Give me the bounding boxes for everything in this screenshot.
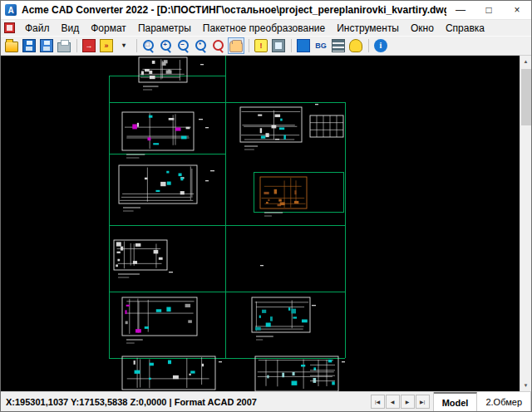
- zoom-out-icon: −: [177, 39, 190, 52]
- tabs: Model2.Обмер: [433, 392, 531, 411]
- measure-glyph: !: [255, 40, 267, 52]
- zoom-out-button[interactable]: −: [175, 37, 192, 54]
- notifications-button[interactable]: [347, 37, 364, 54]
- save-button[interactable]: [21, 37, 37, 54]
- toolbar-separator: [249, 39, 249, 52]
- convert-icon: →: [82, 39, 96, 52]
- convert-glyph: →: [83, 40, 95, 52]
- tab-nav-last[interactable]: ▶|: [416, 395, 430, 409]
- open-icon: [5, 42, 18, 52]
- notifications-icon: [349, 39, 362, 52]
- tab-obmer[interactable]: 2.Обмер: [477, 392, 531, 411]
- menu-file[interactable]: Файл: [19, 20, 56, 36]
- clean-screen-icon: [272, 39, 285, 52]
- tab-nav: |◀◀▶▶|: [367, 392, 433, 411]
- tab-nav-prev[interactable]: ◀: [386, 395, 400, 409]
- bg-toggle-icon: BG: [313, 39, 328, 52]
- menu-window[interactable]: Окно: [405, 20, 440, 36]
- toolbar: →»▾□+−*!BGi: [1, 36, 531, 56]
- about-glyph: i: [374, 39, 387, 52]
- coordinates-readout: X:195301,1037 Y:17153,5838 Z:0,0000 | Fo…: [1, 392, 262, 411]
- menu-batch-convert[interactable]: Пакетное преобразование: [197, 20, 331, 36]
- clean-screen-button[interactable]: [270, 37, 287, 54]
- vertical-scrollbar[interactable]: ▲ ▼: [520, 56, 531, 391]
- title-bar: A Acme CAD Converter 2022 - [D:\ПОСТИНГ\…: [1, 1, 531, 19]
- tab-model[interactable]: Model: [434, 392, 478, 411]
- batch-convert-icon: »: [100, 39, 113, 52]
- cad-canvas-svg: [1, 56, 520, 391]
- background-color-icon: [297, 39, 310, 52]
- batch-convert-glyph: »: [101, 40, 112, 52]
- main-area: ▲ ▼: [1, 56, 531, 391]
- measure-icon: !: [254, 39, 268, 52]
- app-window: A Acme CAD Converter 2022 - [D:\ПОСТИНГ\…: [0, 0, 532, 412]
- toolbar-separator: [76, 39, 77, 52]
- layers-button[interactable]: [330, 37, 347, 54]
- zoom-in-glyph: +: [157, 37, 173, 52]
- convert-options-icon: ▾: [121, 39, 128, 52]
- about-button[interactable]: i: [372, 37, 389, 54]
- tab-nav-first[interactable]: |◀: [371, 395, 385, 409]
- batch-convert-button[interactable]: »: [98, 37, 115, 54]
- zoom-previous-button[interactable]: [210, 37, 227, 54]
- menu-options[interactable]: Параметры: [132, 20, 197, 36]
- close-button[interactable]: ×: [503, 1, 531, 19]
- zoom-out-glyph: −: [175, 37, 190, 52]
- toolbar-separator: [136, 39, 137, 52]
- bg-toggle-button[interactable]: BG: [313, 37, 329, 54]
- toolbar-separator: [368, 39, 369, 52]
- print-icon: [57, 42, 71, 52]
- zoom-in-button[interactable]: +: [158, 37, 175, 54]
- menu-format[interactable]: Формат: [85, 20, 132, 36]
- zoom-extents-icon: *: [195, 39, 208, 52]
- window-title: Acme CAD Converter 2022 - [D:\ПОСТИНГ\ос…: [22, 4, 446, 16]
- app-icon: A: [5, 4, 17, 16]
- zoom-window-icon: □: [142, 39, 155, 52]
- convert-button[interactable]: →: [81, 37, 97, 54]
- minimize-button[interactable]: —: [446, 1, 475, 19]
- toolbar-separator: [291, 39, 292, 52]
- scroll-thumb[interactable]: [521, 69, 531, 125]
- background-color-button[interactable]: [295, 37, 312, 54]
- zoom-in-icon: +: [160, 39, 173, 52]
- convert-options-button[interactable]: ▾: [116, 37, 132, 54]
- pan-button[interactable]: [228, 37, 244, 54]
- zoom-window-button[interactable]: □: [140, 37, 157, 54]
- open-button[interactable]: [3, 37, 20, 54]
- tab-nav-next[interactable]: ▶: [401, 395, 415, 409]
- save-all-icon: [40, 39, 53, 52]
- scroll-up-icon[interactable]: ▲: [520, 56, 532, 67]
- save-icon: [22, 39, 36, 52]
- pan-icon: [229, 41, 243, 52]
- zoom-window-glyph: □: [140, 37, 155, 52]
- maximize-button[interactable]: □: [475, 1, 503, 19]
- status-bar: X:195301,1037 Y:17153,5838 Z:0,0000 | Fo…: [1, 391, 531, 411]
- menu-bar: ФайлВидФорматПараметрыПакетное преобразо…: [1, 19, 531, 36]
- scroll-down-icon[interactable]: ▼: [520, 380, 532, 391]
- zoom-extents-glyph: *: [192, 37, 208, 52]
- zoom-previous-icon: [212, 39, 225, 52]
- cad-canvas[interactable]: [1, 56, 520, 391]
- layers-icon: [332, 39, 345, 52]
- zoom-extents-button[interactable]: *: [193, 37, 209, 54]
- convert-options-glyph: ▾: [121, 39, 128, 52]
- bg-toggle-glyph: BG: [313, 39, 328, 52]
- menu-tools[interactable]: Инструменты: [331, 20, 405, 36]
- menu-view[interactable]: Вид: [56, 20, 86, 36]
- measure-button[interactable]: !: [253, 37, 269, 54]
- save-all-button[interactable]: [38, 37, 55, 54]
- tab-strip: |◀◀▶▶| Model2.Обмер: [367, 392, 531, 411]
- about-icon: i: [374, 39, 387, 52]
- print-button[interactable]: [56, 37, 72, 54]
- menu-help[interactable]: Справка: [440, 20, 490, 36]
- document-icon[interactable]: [4, 22, 15, 33]
